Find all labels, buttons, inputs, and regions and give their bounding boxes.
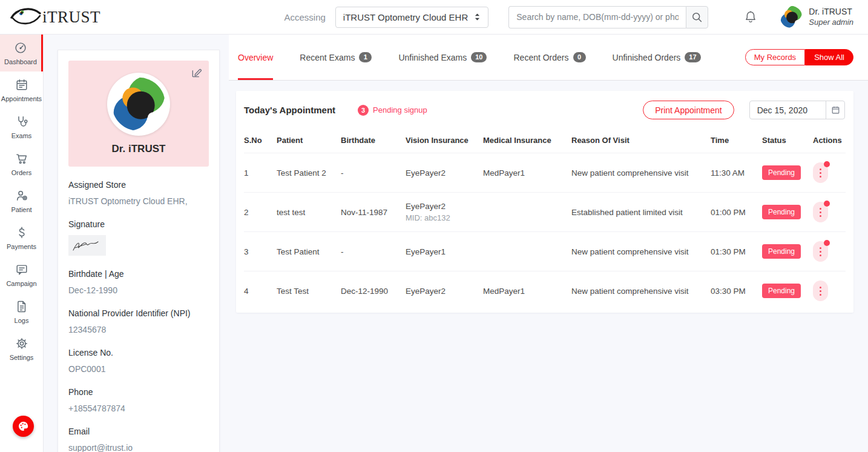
patient-link[interactable]: Test Test [277, 287, 309, 296]
notification-dot [824, 240, 830, 246]
stethoscope-icon [15, 115, 28, 128]
calendar-icon[interactable] [826, 101, 844, 119]
store-selector-value: iTRUST Optometry Cloud EHR [343, 12, 468, 22]
user-menu[interactable]: Dr. iTRUST Super admin [780, 5, 853, 28]
appointments-title: Today's Appointment [244, 105, 335, 115]
signature-image [68, 235, 106, 256]
sidebar-item-label: Appointments [1, 95, 42, 102]
doctor-profile-card: Dr. iTRUST Assigned Store iTRUST Optomet… [58, 50, 220, 452]
patient-link[interactable]: Test Patient 2 [277, 168, 326, 178]
profile-column: Dr. iTRUST Assigned Store iTRUST Optomet… [44, 35, 229, 452]
search-button[interactable] [686, 6, 708, 28]
profile-header: Dr. iTRUST [68, 61, 209, 167]
profile-field-signature: Signature [68, 219, 209, 256]
show-all-button[interactable]: Show All [805, 49, 853, 65]
tab-unfinished-exams[interactable]: Unfinished Exams 10 [398, 35, 487, 80]
appointments-table: S.No Patient Birthdate Vision Insurance … [244, 127, 846, 310]
sidebar-item-patient[interactable]: Patient [0, 182, 43, 219]
dashboard-tabbar: Overview Recent Exams 1 Unfinished Exams… [229, 35, 868, 81]
app-header: iTRUST Accessing iTRUST Optometry Cloud … [0, 0, 868, 35]
sidebar-item-campaign[interactable]: Campaign [0, 256, 43, 293]
table-row: 1 Test Patient 2 - EyePayer2 MedPayer1 N… [244, 153, 846, 193]
user-role: Super admin [809, 18, 853, 27]
updown-arrows-icon [474, 13, 481, 21]
row-actions-menu-button[interactable] [813, 241, 828, 262]
sidebar-item-label: Exams [12, 132, 32, 139]
sidebar-item-exams[interactable]: Exams [0, 108, 43, 145]
itrust-logo: iTRUST [10, 5, 100, 28]
notifications-bell-button[interactable] [745, 10, 757, 24]
edit-profile-button[interactable] [191, 67, 203, 79]
tab-unfinished-orders[interactable]: Unfinished Orders 17 [613, 35, 701, 80]
sidebar-item-settings[interactable]: Settings [0, 330, 43, 367]
tab-overview[interactable]: Overview [238, 35, 273, 80]
table-row: 4 Test Test Dec-12-1990 EyePayer2 MedPay… [244, 271, 846, 311]
dashboard-gauge-icon [14, 41, 27, 55]
table-header-row: S.No Patient Birthdate Vision Insurance … [244, 127, 846, 153]
my-records-button[interactable]: My Records [745, 49, 805, 65]
print-appointment-button[interactable]: Print Appointment [643, 101, 734, 119]
edit-pencil-icon [191, 67, 203, 79]
tab-recent-exams[interactable]: Recent Exams 1 [300, 35, 372, 80]
row-actions-menu-button[interactable] [813, 202, 828, 222]
sidebar-item-appointments[interactable]: Appointments [0, 71, 43, 108]
doctor-avatar [107, 73, 170, 136]
row-actions-menu-button[interactable] [813, 281, 828, 301]
pending-signup-indicator: 3 Pending signup [358, 105, 427, 116]
todays-appointment-card: Today's Appointment 3 Pending signup Pri… [236, 91, 853, 313]
message-icon [15, 263, 28, 276]
count-badge: 0 [573, 52, 586, 62]
status-badge: Pending [762, 284, 801, 298]
sidebar-nav: Dashboard Appointments Exams Orders [0, 35, 44, 452]
sidebar-item-label: Dashboard [4, 58, 37, 65]
count-badge: 10 [471, 52, 487, 62]
search-icon [691, 12, 703, 23]
palette-icon [18, 420, 29, 432]
sidebar-item-logs[interactable]: Logs [0, 293, 43, 330]
date-picker[interactable]: Dec 15, 2020 [749, 101, 845, 119]
records-toggle: My Records Show All [745, 35, 853, 80]
tab-recent-orders[interactable]: Recent Orders 0 [513, 35, 585, 80]
notification-dot [824, 201, 830, 207]
profile-field-npi: National Provider Identifier (NPI) 12345… [68, 308, 209, 334]
gear-icon [15, 337, 28, 350]
store-selector-dropdown[interactable]: iTRUST Optometry Cloud EHR [335, 7, 488, 28]
sidebar-item-payments[interactable]: Payments [0, 219, 43, 256]
patient-search [508, 6, 708, 28]
sidebar-item-dashboard[interactable]: Dashboard [0, 35, 43, 71]
document-icon [15, 300, 28, 313]
sidebar-item-label: Payments [7, 243, 36, 250]
bell-icon [745, 10, 757, 24]
search-input[interactable] [508, 6, 686, 28]
notification-dot [824, 161, 830, 167]
profile-field-phone: Phone +18554787874 [68, 387, 209, 413]
table-row: 2 test test Nov-11-1987 EyePayer2MID: ab… [244, 193, 846, 232]
calendar-icon [15, 78, 28, 91]
profile-field-birthdate: Birthdate | Age Dec-12-1990 [68, 269, 209, 295]
status-badge: Pending [762, 244, 801, 259]
signature-scribble [71, 238, 103, 253]
profile-field-license: License No. OPC0001 [68, 348, 209, 374]
profile-field-store: Assigned Store iTRUST Optometry Cloud EH… [68, 180, 209, 206]
sidebar-item-orders[interactable]: Orders [0, 145, 43, 182]
patient-link[interactable]: Test Patient [277, 247, 320, 256]
user-avatar [780, 5, 803, 28]
cart-icon [15, 152, 28, 165]
user-name: Dr. iTRUST [809, 7, 853, 18]
accessing-label: Accessing [284, 12, 325, 22]
theme-palette-button[interactable] [13, 416, 34, 437]
status-badge: Pending [762, 205, 801, 219]
table-row: 3 Test Patient - EyePayer1 New patient c… [244, 232, 846, 271]
row-actions-menu-button[interactable] [813, 162, 828, 183]
doctor-name: Dr. iTRUST [112, 143, 166, 155]
sidebar-item-label: Campaign [6, 280, 36, 287]
logo-text: iTRUST [42, 8, 100, 27]
sidebar-item-label: Orders [12, 169, 32, 176]
patient-add-icon [15, 189, 28, 202]
date-value: Dec 15, 2020 [750, 105, 826, 115]
profile-field-email: Email support@itrust.io [68, 427, 209, 452]
pending-count-badge: 3 [358, 105, 369, 116]
count-badge: 17 [685, 52, 700, 62]
patient-link[interactable]: test test [277, 208, 305, 217]
member-id: MID: abc132 [406, 213, 478, 222]
